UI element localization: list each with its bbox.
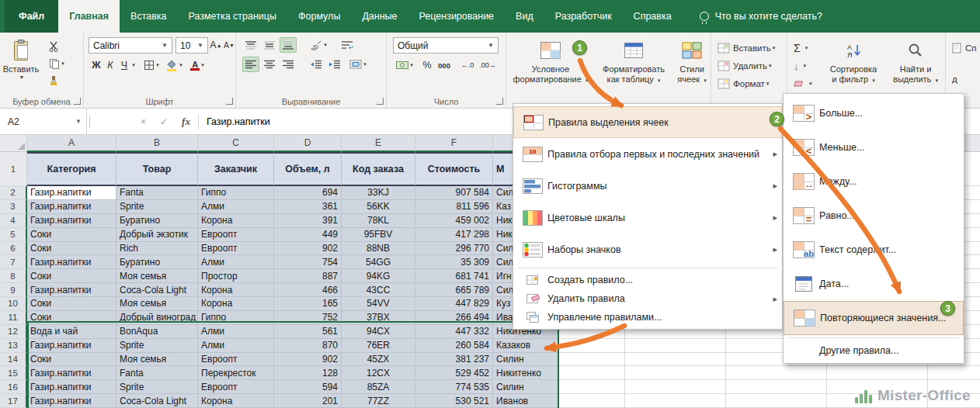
- cell-A4[interactable]: Газир.напитки: [27, 214, 116, 228]
- cell-F13[interactable]: 260 584: [415, 339, 493, 353]
- cell-empty[interactable]: [559, 394, 625, 408]
- column-header-F[interactable]: F: [415, 135, 493, 152]
- cell-A3[interactable]: Газир.напитки: [27, 200, 116, 214]
- cell-E12[interactable]: 94CX: [342, 325, 415, 339]
- cell-F17[interactable]: 530 521: [415, 394, 493, 408]
- cell-D14[interactable]: 902: [274, 353, 342, 367]
- row-header-1[interactable]: 1: [0, 152, 27, 186]
- align-top-button[interactable]: [242, 37, 259, 53]
- cell-empty[interactable]: [625, 394, 726, 408]
- cell-C11[interactable]: Гиппо: [198, 311, 274, 325]
- cell-B12[interactable]: BonAqua: [116, 325, 198, 339]
- ribbon-tab-5[interactable]: Данные: [351, 0, 408, 33]
- shrink-font-button[interactable]: А▼: [223, 37, 235, 53]
- underline-dropdown[interactable]: ▾: [129, 57, 137, 73]
- font-dialog-launcher-icon[interactable]: [226, 98, 233, 105]
- cell-C3[interactable]: Алми: [198, 200, 274, 214]
- cancel-icon[interactable]: ×: [141, 116, 146, 127]
- cell-E4[interactable]: 78KL: [342, 214, 415, 228]
- cell-E17[interactable]: 77ZZ: [342, 394, 415, 408]
- cell-C10[interactable]: Корона: [198, 297, 274, 311]
- decrease-indent-button[interactable]: [308, 57, 325, 72]
- cell-B8[interactable]: Моя семья: [116, 269, 198, 283]
- ribbon-tab-8[interactable]: Разработчик: [544, 0, 623, 33]
- menu-item-manage-rules[interactable]: Управление правилами...: [513, 308, 782, 327]
- ribbon-tab-0[interactable]: Файл: [5, 0, 58, 33]
- cell-A13[interactable]: Газир.напитки: [27, 339, 116, 353]
- cell-A6[interactable]: Соки: [27, 242, 116, 256]
- column-header-D[interactable]: D: [274, 135, 342, 152]
- cell-C8[interactable]: Простор: [198, 269, 274, 283]
- cell-D9[interactable]: 466: [274, 283, 342, 297]
- copy-button[interactable]: ▾: [45, 56, 68, 71]
- column-header-B[interactable]: B: [116, 135, 198, 152]
- clipboard-dialog-launcher-icon[interactable]: [74, 98, 81, 105]
- cell-A17[interactable]: Газир.напитки: [27, 394, 116, 408]
- autosum-button[interactable]: Σ▾: [794, 40, 808, 56]
- cell-G16[interactable]: Силин: [493, 380, 559, 394]
- cell-D2[interactable]: 694: [274, 186, 342, 200]
- cell-D15[interactable]: 128: [274, 366, 342, 380]
- cell-C17[interactable]: Корона: [198, 394, 274, 408]
- cell-B9[interactable]: Coca-Cola Light: [116, 283, 198, 297]
- align-left-button[interactable]: [242, 57, 259, 72]
- cell-C9[interactable]: Корона: [198, 283, 274, 297]
- cell-B7[interactable]: Буратино: [116, 255, 198, 269]
- cell-empty[interactable]: [726, 366, 827, 380]
- row-header-17[interactable]: 17: [0, 394, 27, 408]
- row-header-10[interactable]: 10: [0, 297, 27, 311]
- cell-A10[interactable]: Соки: [27, 297, 116, 311]
- bold-button[interactable]: Ж: [90, 57, 103, 73]
- cell-D12[interactable]: 561: [274, 325, 342, 339]
- cell-empty[interactable]: [625, 366, 726, 380]
- format-painter-button[interactable]: [45, 73, 62, 88]
- cell-F11[interactable]: 266 494: [415, 311, 493, 325]
- menu-item-top-bottom-rules[interactable]: 10Правила отбора первых и последних знач…: [513, 138, 782, 170]
- cell-B11[interactable]: Добрый виноград: [116, 311, 198, 325]
- increase-indent-button[interactable]: [326, 57, 343, 72]
- cell-B1[interactable]: Товар: [116, 152, 198, 186]
- cut-off-button-top[interactable]: Сп: [952, 40, 977, 56]
- cell-F6[interactable]: 296 770: [415, 242, 493, 256]
- cell-C14[interactable]: Евроопт: [198, 353, 274, 367]
- cell-empty[interactable]: [559, 353, 625, 367]
- decrease-decimal-button[interactable]: .00→: [478, 57, 497, 73]
- cell-E5[interactable]: 95FBV: [342, 228, 415, 242]
- cell-B10[interactable]: Моя семья: [116, 297, 198, 311]
- clear-button[interactable]: ▾: [794, 76, 812, 92]
- cell-A11[interactable]: Соки: [27, 311, 116, 325]
- insert-cells-button[interactable]: Вставить▾: [718, 40, 775, 56]
- wrap-text-button[interactable]: ↵: [337, 37, 357, 53]
- cell-C5[interactable]: Евроопт: [198, 228, 274, 242]
- cut-off-button-bottom[interactable]: д: [952, 71, 957, 87]
- row-header-5[interactable]: 5: [0, 228, 27, 242]
- format-cells-button[interactable]: Формат▾: [718, 76, 769, 92]
- cell-A1[interactable]: Категория: [27, 152, 116, 186]
- cell-empty[interactable]: [559, 380, 625, 394]
- borders-button[interactable]: ▾: [141, 57, 162, 73]
- menu-item-data-bars[interactable]: Гистограммы▸: [513, 170, 782, 202]
- cell-empty[interactable]: [827, 366, 928, 380]
- cell-D5[interactable]: 449: [274, 228, 342, 242]
- cell-C4[interactable]: Корона: [198, 214, 274, 228]
- row-header-4[interactable]: 4: [0, 214, 27, 228]
- cell-empty[interactable]: [559, 339, 625, 353]
- row-header-16[interactable]: 16: [0, 380, 27, 394]
- cell-B3[interactable]: Sprite: [116, 200, 198, 214]
- row-header-12[interactable]: 12: [0, 325, 27, 339]
- ribbon-tab-3[interactable]: Разметка страницы: [178, 0, 287, 33]
- select-all-corner[interactable]: [0, 135, 27, 152]
- cell-D1[interactable]: Объем, л: [274, 152, 342, 186]
- font-size-combo[interactable]: 10▼: [175, 37, 208, 54]
- font-name-combo[interactable]: Calibri▼: [89, 37, 172, 54]
- row-header-6[interactable]: 6: [0, 242, 27, 256]
- align-bottom-button[interactable]: [280, 37, 297, 53]
- cell-E1[interactable]: Код заказа: [342, 152, 415, 186]
- cell-F15[interactable]: 529 452: [415, 366, 493, 380]
- cell-B15[interactable]: Fanta: [116, 366, 198, 380]
- menu-item-color-scales[interactable]: Цветовые шкалы▸: [513, 202, 782, 233]
- cell-C13[interactable]: Алми: [198, 339, 274, 353]
- row-header-13[interactable]: 13: [0, 339, 27, 353]
- percent-style-button[interactable]: %: [421, 57, 433, 73]
- cell-C6[interactable]: Евроопт: [198, 242, 274, 256]
